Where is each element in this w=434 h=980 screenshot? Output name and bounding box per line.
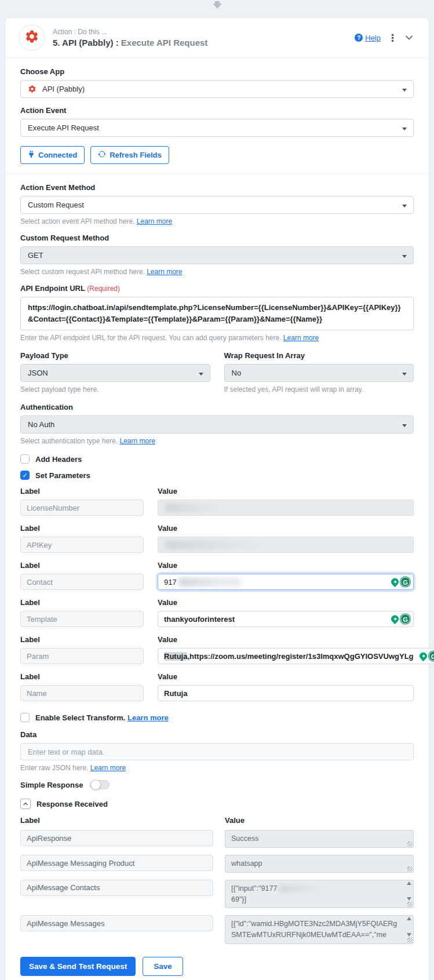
- learn-more-link[interactable]: Learn more: [119, 437, 155, 445]
- choose-app-select[interactable]: API (Pabbly): [20, 80, 414, 98]
- wrap-request-select[interactable]: No: [224, 364, 414, 382]
- data-helper: Enter raw JSON here. Learn more: [20, 764, 414, 772]
- grammarly-icon[interactable]: G: [400, 614, 410, 624]
- enable-select-transform-checkbox[interactable]: [20, 713, 30, 722]
- collapse-response-button[interactable]: [20, 799, 31, 809]
- add-headers-checkbox[interactable]: [20, 454, 30, 464]
- learn-more-link[interactable]: Learn more: [90, 764, 126, 772]
- param-row: Label APIKey Value: [20, 524, 414, 553]
- response-value-textarea[interactable]: [{"id":"wamid.HBgMOTE3Nzc2MDA3MjY5FQIAER…: [225, 915, 414, 944]
- custom-request-method-helper: Select custom request API method here. L…: [20, 268, 414, 276]
- response-label-input[interactable]: ApiMessage Messaging Product: [20, 855, 213, 871]
- param-label-input[interactable]: Template: [20, 611, 144, 627]
- choose-app-label: Choose App: [20, 67, 414, 76]
- app-avatar: [19, 25, 45, 50]
- set-parameters-checkbox[interactable]: ✓: [20, 471, 30, 480]
- response-value-textarea[interactable]: [{"input":"9177 69"}]: [225, 880, 414, 909]
- payload-type-value: JSON: [28, 369, 48, 377]
- response-value-header: Value: [225, 816, 414, 825]
- api-endpoint-input[interactable]: https://login.chatboat.in/api/sendtempla…: [20, 297, 414, 330]
- scroll-up-icon[interactable]: [407, 917, 411, 920]
- param-value-input[interactable]: thankyouforinterest G: [158, 611, 414, 627]
- step-titles: Action : Do this ... 5. API (Pabbly) : E…: [53, 28, 355, 48]
- action-event-method-select[interactable]: Custom Request: [20, 196, 414, 214]
- param-row: Label LicenseNumber Value: [20, 487, 414, 516]
- help-link[interactable]: ? Help: [355, 34, 381, 42]
- learn-more-link[interactable]: Learn more: [147, 268, 182, 276]
- response-label-input[interactable]: ApiMessage Contacts: [20, 880, 213, 896]
- help-label: Help: [365, 34, 381, 42]
- param-label-input[interactable]: LicenseNumber: [20, 500, 144, 516]
- param-label-input[interactable]: Param: [20, 648, 144, 664]
- toggle-knob: [90, 779, 101, 790]
- param-value-input[interactable]: Rutuja: [158, 685, 414, 701]
- connector-arrow-icon: [213, 3, 222, 9]
- action-event-select[interactable]: Execute API Request: [20, 119, 414, 137]
- learn-more-link[interactable]: Learn more: [283, 334, 319, 342]
- map-pin-icon[interactable]: [418, 651, 428, 661]
- step-number-app: 5. API (Pabbly) :: [53, 38, 119, 48]
- kebab-menu-icon[interactable]: ⋮: [388, 32, 397, 44]
- response-header-row: Label Value: [20, 816, 414, 829]
- response-value-textarea[interactable]: whatsapp: [225, 855, 414, 873]
- param-value-header: Value: [158, 487, 414, 496]
- response-value-textarea[interactable]: Success: [225, 830, 414, 848]
- simple-response-toggle[interactable]: [90, 780, 110, 789]
- select-caret-icon: [402, 255, 407, 258]
- param-row: Label Template Value thankyouforinterest…: [20, 598, 414, 627]
- add-headers-row: Add Headers: [20, 454, 414, 464]
- refresh-icon: [98, 150, 106, 160]
- response-row: ApiMessage Contacts [{"input":"9177 69"}…: [20, 880, 414, 909]
- map-pin-icon[interactable]: [389, 577, 400, 587]
- api-endpoint-label: API Endpoint URL (Required): [20, 284, 414, 293]
- enable-select-transform-label: Enable Select Transform. Learn more: [35, 713, 169, 722]
- refresh-fields-button[interactable]: Refresh Fields: [90, 146, 169, 164]
- scroll-down-icon[interactable]: [407, 897, 411, 901]
- param-value-input[interactable]: [158, 537, 414, 553]
- resize-grip-icon[interactable]: [407, 841, 413, 847]
- simple-response-row: Simple Response: [20, 780, 414, 789]
- action-step-card: Action : Do this ... 5. API (Pabbly) : E…: [5, 17, 429, 980]
- param-value-input[interactable]: Rutuja,https://zoom.us/meeting/register/…: [158, 648, 434, 664]
- learn-more-link[interactable]: Learn more: [137, 217, 172, 225]
- grammarly-icon[interactable]: G: [429, 651, 434, 661]
- payload-type-select[interactable]: JSON: [20, 364, 210, 382]
- param-label-input[interactable]: APIKey: [20, 537, 144, 553]
- step-body: Choose App API (Pabbly) Action Event Exe…: [5, 58, 429, 980]
- resize-grip-icon[interactable]: [407, 902, 413, 907]
- learn-more-link[interactable]: Learn more: [127, 713, 169, 722]
- step-action-name: Execute API Request: [121, 38, 208, 48]
- param-value-input-focused[interactable]: 917 G: [158, 574, 414, 590]
- collapse-step-chevron-icon[interactable]: [404, 33, 414, 42]
- scroll-up-icon[interactable]: [407, 881, 411, 885]
- section-divider: [5, 173, 429, 174]
- authentication-select[interactable]: No Auth: [20, 416, 414, 433]
- param-label-header: Label: [20, 487, 144, 496]
- param-row: Label Contact Value 917 G: [20, 561, 414, 590]
- grammarly-icon[interactable]: G: [400, 577, 410, 587]
- payload-type-label: Payload Type: [20, 351, 210, 360]
- resize-grip-icon[interactable]: [407, 938, 413, 943]
- help-icon: ?: [355, 34, 363, 42]
- map-pin-icon[interactable]: [389, 614, 400, 624]
- custom-request-method-value: GET: [28, 251, 43, 260]
- save-send-test-request-button[interactable]: Save & Send Test Request: [20, 957, 136, 976]
- data-input[interactable]: [20, 743, 414, 760]
- custom-request-method-select[interactable]: GET: [20, 246, 414, 264]
- wrap-request-value: No: [232, 369, 242, 377]
- field-icons: G: [391, 614, 410, 624]
- connected-button[interactable]: Connected: [20, 146, 85, 164]
- param-value-header: Value: [158, 672, 414, 681]
- response-label-input[interactable]: ApiResponse: [20, 830, 213, 846]
- textarea-scrollbar: [406, 917, 412, 937]
- param-label-input[interactable]: Name: [20, 685, 144, 701]
- response-label-input[interactable]: ApiMessage Messages: [20, 915, 213, 931]
- field-icons: G: [420, 651, 434, 661]
- scroll-down-icon[interactable]: [407, 933, 411, 937]
- resize-grip-icon[interactable]: [407, 866, 413, 872]
- set-parameters-row: ✓ Set Parameters: [20, 471, 414, 480]
- step-header: Action : Do this ... 5. API (Pabbly) : E…: [5, 18, 429, 58]
- param-label-input[interactable]: Contact: [20, 574, 144, 590]
- save-button[interactable]: Save: [143, 957, 183, 976]
- param-value-input[interactable]: [158, 500, 414, 516]
